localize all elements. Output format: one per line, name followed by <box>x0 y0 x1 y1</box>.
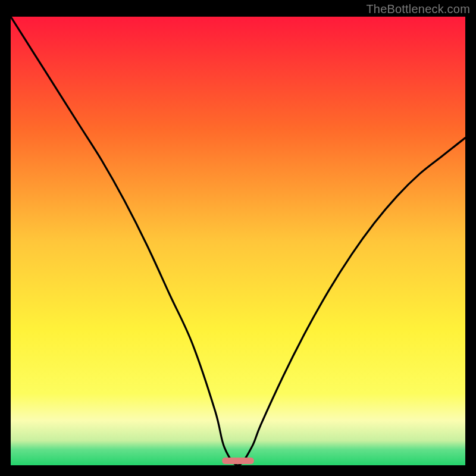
chart-svg <box>11 17 465 465</box>
plot-area <box>11 17 465 465</box>
chart-frame: TheBottleneck.com <box>0 0 476 476</box>
watermark-text: TheBottleneck.com <box>366 2 470 16</box>
optimal-marker <box>222 458 254 464</box>
gradient-background <box>11 17 465 465</box>
